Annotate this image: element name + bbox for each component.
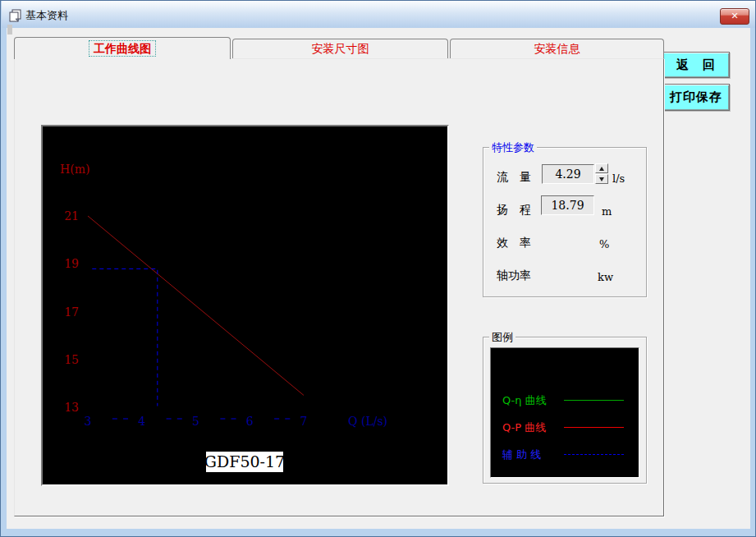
svg-text:19: 19: [64, 257, 79, 270]
shaft-power-label: 轴功率: [497, 268, 531, 283]
tab-working-curve-label: 工作曲线图: [89, 41, 155, 56]
app-window: 基本资料 ✕ 工作曲线图 安装尺寸图 安装信息 H(m)211917151334…: [0, 0, 756, 537]
svg-text:7: 7: [300, 415, 308, 428]
titlebar-notch: [7, 25, 12, 34]
legend-q-eta-label: Q-η 曲线: [502, 393, 547, 408]
svg-text:4: 4: [138, 415, 145, 428]
pump-curve-svg: H(m)211917151334567Q (L/s)GDF50-17: [43, 126, 447, 484]
legend-aux-label: 辅 助 线: [502, 448, 541, 462]
close-icon: ✕: [731, 11, 738, 21]
legend-title: 图例: [489, 330, 515, 345]
legend-aux-line: [564, 454, 624, 455]
svg-text:21: 21: [64, 209, 79, 223]
svg-text:GDF50-17: GDF50-17: [204, 452, 285, 470]
parameters-groupbox: 特性参数 流 量 l/s 扬 程 m 效 率 % 轴功率 kw: [483, 147, 647, 297]
flow-unit: l/s: [612, 172, 625, 185]
legend-item-q-p: Q-P 曲线: [491, 420, 639, 434]
flow-spinner: [595, 163, 608, 184]
legend-q-eta-line: [564, 400, 624, 401]
flow-spin-up-button[interactable]: [595, 163, 608, 173]
svg-text:H(m): H(m): [60, 163, 89, 176]
pump-curve-chart: H(m)211917151334567Q (L/s)GDF50-17: [41, 125, 449, 486]
legend-item-aux: 辅 助 线: [491, 447, 639, 461]
arrow-down-icon: [599, 177, 604, 181]
efficiency-label: 效 率: [497, 236, 531, 250]
flow-spin-down-button[interactable]: [595, 174, 608, 184]
legend-panel: Q-η 曲线 Q-P 曲线 辅 助 线: [490, 347, 639, 478]
legend-item-q-eta: Q-η 曲线: [491, 392, 639, 407]
svg-text:15: 15: [64, 353, 79, 366]
tab-working-curve[interactable]: 工作曲线图: [14, 37, 231, 59]
shaft-power-unit: kw: [598, 271, 613, 283]
flow-input[interactable]: [542, 164, 594, 184]
svg-text:13: 13: [64, 401, 79, 414]
flow-label: 流 量: [497, 170, 531, 185]
legend-q-p-line: [564, 427, 624, 428]
client-area: 工作曲线图 安装尺寸图 安装信息 H(m)211917151334567Q (L…: [7, 28, 750, 529]
legend-q-p-label: Q-P 曲线: [502, 420, 546, 435]
legend-groupbox: 图例 Q-η 曲线 Q-P 曲线 辅 助 线: [483, 337, 647, 484]
close-button[interactable]: ✕: [720, 8, 749, 25]
arrow-up-icon: [599, 167, 604, 171]
head-unit: m: [602, 205, 612, 218]
parameters-title: 特性参数: [489, 140, 537, 155]
window-title: 基本资料: [25, 8, 68, 23]
efficiency-unit: %: [599, 238, 609, 250]
head-input[interactable]: [541, 195, 594, 215]
print-save-button[interactable]: 打印保存: [662, 84, 730, 111]
svg-text:6: 6: [246, 415, 254, 428]
tab-installation-dimensions-label: 安装尺寸图: [312, 42, 369, 55]
svg-text:Q (L/s): Q (L/s): [348, 415, 387, 428]
svg-text:17: 17: [64, 305, 79, 319]
back-button[interactable]: 返 回: [662, 52, 730, 78]
tab-installation-info-label: 安装信息: [534, 42, 580, 55]
form-icon: [9, 9, 22, 22]
head-label: 扬 程: [497, 203, 531, 218]
tab-installation-info[interactable]: 安装信息: [450, 39, 664, 58]
svg-text:3: 3: [85, 415, 92, 428]
tab-page-working-curve: H(m)211917151334567Q (L/s)GDF50-17 特性参数 …: [14, 58, 664, 516]
titlebar: 基本资料 ✕: [2, 1, 756, 28]
svg-text:5: 5: [192, 415, 199, 428]
tab-installation-dimensions[interactable]: 安装尺寸图: [232, 39, 448, 58]
